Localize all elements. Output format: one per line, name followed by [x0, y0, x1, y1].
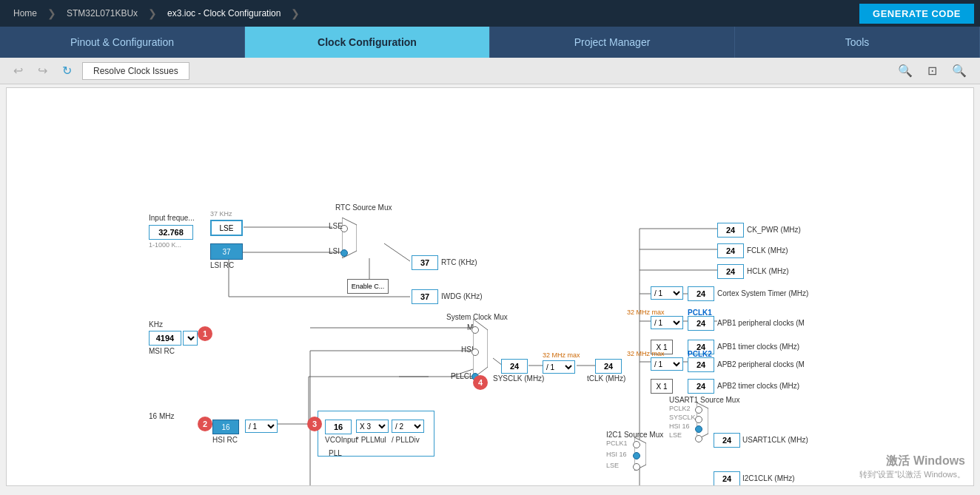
ck-pwr-unit: CK_PWR (MHz) [747, 226, 801, 234]
tab-tools[interactable]: Tools [735, 27, 980, 58]
cortex-value[interactable]: 24 [688, 286, 714, 301]
zoom-out-button[interactable]: 🔍 [947, 62, 971, 79]
pll-box [318, 411, 434, 457]
ck-pwr-value[interactable]: 24 [717, 223, 744, 238]
sysclk-value[interactable]: 24 [501, 359, 528, 374]
badge-2: 2 [198, 417, 212, 431]
rtc-value[interactable]: 37 [412, 255, 438, 270]
rtc-unit: RTC (KHz) [441, 258, 477, 266]
badge-1: 1 [198, 326, 212, 341]
apb1-timer-unit: APB1 timer clocks (MHz) [717, 343, 799, 351]
usart1-unit: USART1CLK (MHz) [742, 436, 808, 444]
generate-code-button[interactable]: GENERATE CODE [859, 4, 974, 24]
i2c1-mux-hsi16[interactable] [633, 452, 640, 459]
nav-home[interactable]: Home [6, 5, 44, 21]
lse-block[interactable]: LSE [210, 220, 243, 236]
usart1-value[interactable]: 24 [714, 433, 740, 448]
apb2-x1: X 1 [651, 379, 673, 394]
tab-project[interactable]: Project Manager [490, 27, 735, 58]
input-freq-range: 1-1000 K... [149, 241, 181, 249]
badge-4: 4 [473, 375, 488, 390]
usart1-pclk2: PCLK2 [669, 405, 691, 412]
svg-connections [7, 88, 865, 485]
i2c1-hsi16: HSI 16 [606, 451, 627, 458]
nav-breadcrumb2[interactable]: ex3.ioc - Clock Configuration [160, 5, 288, 21]
tab-clock[interactable]: Clock Configuration [245, 27, 490, 58]
cortex-unit: Cortex System Timer (MHz) [717, 289, 808, 297]
i2c1-pclk1: PCLK1 [606, 440, 628, 447]
hclk-value[interactable]: 24 [595, 359, 622, 374]
rtc-mux-lse-label: LSE [329, 222, 343, 230]
apb2-periph: APB2 peripheral clocks (M [717, 360, 805, 368]
fclk-unit: FCLK (MHz) [747, 246, 788, 255]
lsi-khz: 37 KHz [210, 210, 232, 218]
msi-select[interactable] [183, 331, 198, 346]
hclk-unit: tCLK (MHz) [587, 374, 625, 383]
msi-select-group: 4194 [149, 331, 198, 346]
resolve-clock-button[interactable]: Resolve Clock Issues [82, 62, 189, 80]
top-nav: Home ❯ STM32L071KBUx ❯ ex3.ioc - Clock C… [0, 0, 980, 27]
apb2-timer-value[interactable]: 24 [688, 379, 714, 394]
apb1-periph: APB1 peripheral clocks (M [717, 319, 805, 327]
i2c1-mux-pclk1[interactable] [633, 441, 640, 448]
tab-bar: Pinout & Configuration Clock Configurati… [0, 27, 980, 58]
refresh-button[interactable]: ↻ [58, 62, 76, 79]
i2c1-value[interactable]: 24 [714, 471, 740, 485]
usart1-mux-pclk2[interactable] [695, 406, 702, 414]
i2c1-lse: LSE [606, 462, 619, 469]
msi-value[interactable]: 4194 [149, 331, 181, 346]
usart1-mux-lse[interactable] [695, 435, 702, 442]
usart1-mux-sysclk[interactable] [695, 416, 702, 423]
hsi-value[interactable]: 16 [212, 420, 239, 434]
usart1-sysclk: SYSCLK [669, 414, 696, 421]
main-content: Input freque... 32.768 1-1000 K... LSE 3… [6, 87, 974, 486]
redo-button[interactable]: ↪ [33, 62, 52, 79]
toolbar: ↩ ↪ ↻ Resolve Clock Issues 🔍 ⊡ 🔍 [0, 58, 980, 84]
hclk-mhz-unit: HCLK (MHz) [747, 267, 789, 275]
sys-mux-msi[interactable] [471, 326, 479, 334]
rtc-mux-lsi[interactable] [340, 249, 348, 257]
apb1-prescaler-select[interactable]: / 1 [651, 316, 683, 329]
apb2-timer-unit: APB2 timer clocks (MHz) [717, 382, 799, 390]
lsi-rc-label: LSI RC [210, 261, 234, 269]
pclk1-value[interactable]: 24 [688, 316, 714, 331]
undo-button[interactable]: ↩ [9, 62, 27, 79]
clock-diagram[interactable]: Input freque... 32.768 1-1000 K... LSE 3… [7, 88, 973, 485]
fclk-value[interactable]: 24 [717, 243, 744, 258]
apb1-max: 32 MHz max [627, 309, 665, 316]
i2c1-mux-lse[interactable] [633, 463, 640, 471]
rtc-mux-lsi-label: LSI [329, 247, 340, 255]
input-freq-value[interactable]: 32.768 [149, 225, 193, 240]
apb2-prescaler-select[interactable]: / 1 [651, 357, 683, 371]
usart1-hsi16: HSI 16 [669, 422, 690, 430]
sysclk-unit: SYSCLK (MHz) [493, 374, 544, 383]
apb2-max: 32 MHz max [627, 350, 665, 357]
sys-mux-hsi[interactable] [471, 348, 479, 356]
cortex-div-select[interactable]: / 1 [651, 286, 683, 300]
i2c1-unit: I2C1CLK (MHz) [742, 474, 795, 482]
hsi-rc-label: HSI RC [212, 436, 238, 444]
usart1-lse: LSE [669, 431, 682, 439]
rtc-source-mux-label: RTC Source Mux [335, 203, 392, 212]
pclk2-value[interactable]: 24 [688, 357, 714, 372]
ahb-max: 32 MHz max [543, 351, 580, 359]
hsi-mhz-label: 16 MHz [149, 412, 174, 420]
diagram-inner: Input freque... 32.768 1-1000 K... LSE 3… [7, 88, 865, 485]
iwdg-value[interactable]: 37 [412, 289, 438, 304]
msi-rc-label: MSI RC [149, 347, 175, 355]
usart1-mux-hsi16[interactable] [695, 425, 702, 433]
iwdg-unit: IWDG (KHz) [441, 292, 483, 300]
tab-pinout[interactable]: Pinout & Configuration [0, 27, 245, 58]
lsi-block[interactable]: 37 [210, 243, 243, 260]
zoom-in-button[interactable]: 🔍 [893, 62, 917, 79]
badge-3: 3 [307, 417, 322, 431]
svg-line-4 [384, 243, 410, 261]
zoom-fit-button[interactable]: ⊡ [923, 62, 942, 79]
hsi-div-select[interactable]: / 1 [245, 420, 278, 433]
ahb-prescaler-select[interactable]: / 1 [543, 360, 575, 374]
input-freq-label: Input freque... [149, 214, 195, 222]
nav-breadcrumb1[interactable]: STM32L071KBUx [59, 5, 145, 21]
msi-khz-label: KHz [149, 320, 163, 329]
hclk-mhz-value[interactable]: 24 [717, 264, 744, 279]
enable-c-button[interactable]: Enable C... [347, 279, 389, 294]
